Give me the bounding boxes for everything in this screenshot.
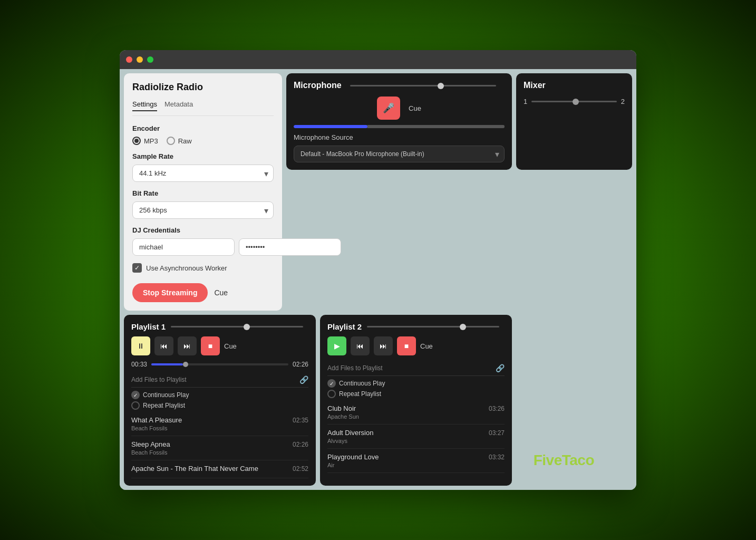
playlist1-slider-thumb[interactable] (244, 324, 250, 330)
playlist1-track-0[interactable]: What A Pleasure 02:35 Beach Fossils (131, 412, 308, 436)
playlist1-track-2[interactable]: Apache Sun - The Rain That Never Came 02… (131, 460, 308, 478)
raw-radio[interactable] (167, 137, 175, 145)
playlist2-add-files-label[interactable]: Add Files to Playlist (327, 364, 383, 372)
mic-controls: 🎤 Cue (294, 97, 505, 120)
playlist2-stop-button[interactable]: ■ (397, 336, 416, 355)
playlist1-continuous-play-row[interactable]: ✓ Continuous Play (131, 391, 308, 399)
playlist2-play-button[interactable]: ▶ (327, 336, 346, 355)
playlist1-time-thumb[interactable] (183, 362, 188, 367)
playlist1-track-2-duration: 02:52 (293, 465, 308, 472)
playlist1-track-0-name: What A Pleasure (131, 416, 182, 424)
playlist2-continuous-play-label: Continuous Play (339, 380, 385, 387)
mixer-slider[interactable] (531, 101, 617, 102)
mic-header: Microphone (294, 81, 505, 90)
playlist1-track-1[interactable]: Sleep Apnea 02:26 Beach Fossils (131, 436, 308, 460)
playlist2-track-0-name: Club Noir (327, 404, 356, 412)
playlist1-track-0-duration: 02:35 (293, 417, 308, 424)
async-worker-row[interactable]: ✓ Use Asynchronous Worker (132, 263, 274, 273)
playlist1-time-track[interactable] (151, 363, 288, 365)
playlist1-track-2-name: Apache Sun - The Rain That Never Came (131, 465, 258, 472)
brand-light: Taco (562, 452, 594, 468)
encoder-raw-option[interactable]: Raw (167, 137, 192, 145)
title-bar (120, 50, 636, 69)
close-button[interactable] (126, 56, 132, 63)
playlist1-prev-button[interactable]: ⏮ (154, 336, 173, 355)
dj-credentials-row (132, 238, 274, 256)
playlist1-stop-button[interactable]: ■ (201, 336, 220, 355)
mic-source-select[interactable]: Default - MacBook Pro Microphone (Built-… (294, 146, 505, 162)
branding: FiveTaco (534, 452, 594, 469)
username-input[interactable] (132, 238, 235, 256)
playlist2-panel: Playlist 2 ▶ ⏮ ⏭ ■ Cue (320, 315, 512, 486)
mic-title: Microphone (294, 81, 342, 90)
playlist2-track-2-name: Playground Love (327, 453, 379, 461)
mixer-label-right: 2 (621, 98, 625, 105)
playlist2-cue-label: Cue (420, 342, 433, 350)
playlist1-add-files-label[interactable]: Add Files to Playlist (131, 376, 187, 383)
playlist2-continuous-play-check[interactable]: ✓ (327, 379, 336, 388)
bit-rate-select[interactable]: 256 kbps (132, 201, 274, 219)
playlist1-track-1-name: Sleep Apnea (131, 440, 170, 448)
stop-streaming-button[interactable]: Stop Streaming (132, 283, 208, 302)
mic-level-rest (367, 125, 505, 128)
brand-dark: Five (534, 452, 562, 468)
maximize-button[interactable] (147, 56, 153, 63)
mic-cue-label: Cue (409, 104, 421, 112)
playlist1-repeat-check[interactable] (131, 401, 140, 410)
tab-metadata[interactable]: Metadata (164, 100, 193, 111)
mic-slider-thumb[interactable] (438, 83, 444, 89)
cue-button[interactable]: Cue (214, 288, 228, 297)
playlist2-track-1-duration: 03:27 (489, 429, 505, 437)
mic-volume-slider[interactable] (350, 85, 496, 86)
playlist2-track-2[interactable]: Playground Love 03:32 Air (327, 449, 505, 473)
playlist1-repeat-label: Repeat Playlist (143, 402, 185, 409)
encoder-label: Encoder (132, 124, 274, 132)
mic-source-wrapper: Default - MacBook Pro Microphone (Built-… (294, 146, 505, 162)
bit-rate-label: Bit Rate (132, 189, 274, 197)
playlist1-cue-label: Cue (224, 342, 237, 350)
mixer-label-left: 1 (524, 98, 527, 105)
playlist2-slider-thumb[interactable] (460, 324, 466, 330)
playlist1-link-icon[interactable]: 🔗 (299, 375, 308, 384)
minimize-button[interactable] (137, 56, 143, 63)
playlist1-next-button[interactable]: ⏭ (178, 336, 197, 355)
sample-rate-select[interactable]: 44.1 kHz (132, 165, 274, 182)
playlist2-header: Playlist 2 (327, 322, 505, 331)
playlist1-pause-button[interactable]: ⏸ (131, 336, 150, 355)
mp3-radio[interactable] (132, 137, 141, 145)
playlist2-track-0-artist: Apache Sun (327, 413, 505, 420)
mic-level-meter (294, 125, 505, 128)
playlist2-track-2-artist: Air (327, 462, 505, 468)
playlist2-add-files-row: Add Files to Playlist 🔗 (327, 361, 505, 376)
playlist1-repeat-row[interactable]: Repeat Playlist (131, 401, 308, 410)
playlist1-track-0-artist: Beach Fossils (131, 425, 308, 431)
playlist2-prev-button[interactable]: ⏮ (351, 336, 370, 355)
mp3-label: MP3 (144, 137, 158, 145)
playlist1-volume-slider[interactable] (171, 326, 303, 327)
mic-level-fill (294, 125, 367, 128)
playlist2-track-1-name: Adult Diversion (327, 429, 373, 437)
mixer-thumb[interactable] (573, 99, 579, 105)
playlist2-continuous-play-row[interactable]: ✓ Continuous Play (327, 379, 505, 388)
mic-record-button[interactable]: 🎤 (377, 97, 400, 120)
app-title: Radiolize Radio (132, 82, 274, 93)
playlist1-track-1-artist: Beach Fossils (131, 449, 308, 456)
tab-bar: Settings Metadata (132, 100, 274, 116)
playlist2-repeat-check[interactable] (327, 390, 336, 398)
playlist1-header: Playlist 1 (131, 322, 308, 331)
playlist2-next-button[interactable]: ⏭ (374, 336, 393, 355)
dj-creds-label: DJ Credentials (132, 226, 274, 234)
playlist2-link-icon[interactable]: 🔗 (496, 364, 505, 372)
tab-settings[interactable]: Settings (132, 100, 157, 111)
mixer-title: Mixer (524, 81, 625, 90)
encoder-mp3-option[interactable]: MP3 (132, 137, 158, 145)
playlist2-volume-slider[interactable] (367, 326, 499, 327)
playlist2-track-0[interactable]: Club Noir 03:26 Apache Sun (327, 400, 505, 425)
sample-rate-wrapper: 44.1 kHz (132, 165, 274, 182)
password-input[interactable] (239, 238, 341, 256)
playlists-row: Playlist 1 ⏸ ⏮ ⏭ ■ Cue (124, 315, 512, 486)
playlist2-track-1[interactable]: Adult Diversion 03:27 Alvvays (327, 425, 505, 449)
playlist1-continuous-play-check[interactable]: ✓ (131, 391, 140, 399)
async-worker-checkbox[interactable]: ✓ (132, 263, 142, 273)
playlist2-repeat-row[interactable]: Repeat Playlist (327, 390, 505, 398)
